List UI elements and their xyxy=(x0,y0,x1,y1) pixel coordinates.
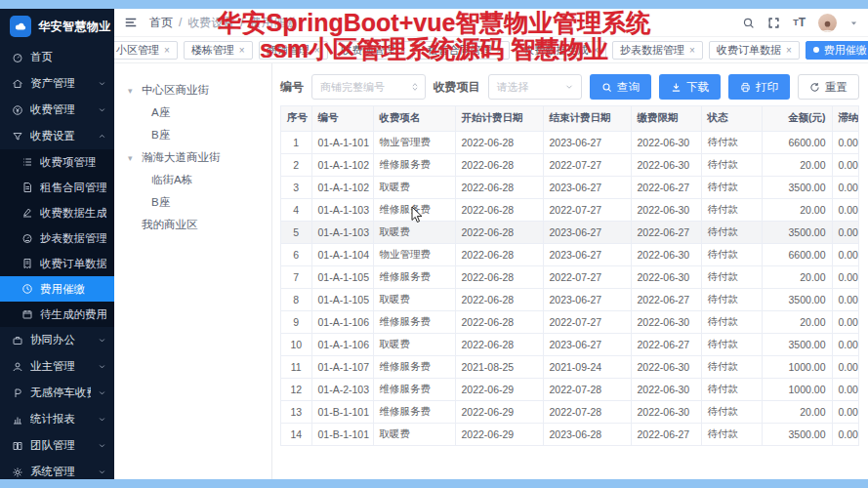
cell-序号: 12 xyxy=(281,378,311,400)
main-panel: 编号 收费项目 请选择 xyxy=(272,63,868,479)
cell-开始计费日期: 2022-06-28 xyxy=(455,153,543,176)
tab-抄表数据管理[interactable]: 抄表数据管理× xyxy=(612,41,703,60)
tab-小区管理[interactable]: 小区管理× xyxy=(114,41,178,60)
number-input[interactable] xyxy=(311,74,426,100)
sidebar-subitem-收费订单数据[interactable]: 收费订单数据 xyxy=(0,251,114,276)
close-icon[interactable]: × xyxy=(164,45,170,56)
sidebar-item-收费管理[interactable]: 收费管理 xyxy=(0,97,114,123)
breadcrumb-section[interactable]: 收费设置 xyxy=(187,15,234,31)
cell-收费项名: 维修服务费 xyxy=(373,310,455,333)
table-row[interactable]: 1101-A-1-107维修服务费2021-08-252021-09-24202… xyxy=(281,355,858,378)
sidebar-subitem-抄表数据管理[interactable]: 抄表数据管理 xyxy=(0,225,114,251)
sidebar-subitem-label: 抄表数据管理 xyxy=(40,231,106,246)
cell-收费项名: 取暖费 xyxy=(373,288,455,310)
caret-down-icon[interactable] xyxy=(849,14,858,31)
cell-开始计费日期: 2022-06-28 xyxy=(455,288,543,310)
sidebar-item-统计报表[interactable]: 统计报表 xyxy=(0,406,114,432)
active-dot xyxy=(813,47,819,53)
cell-编号: 01-B-1-101 xyxy=(311,423,373,445)
close-icon[interactable]: × xyxy=(400,45,406,56)
sidebar-subitem-费用催缴[interactable]: 费用催缴 xyxy=(0,276,114,302)
tree-node-瀚海大道商业街[interactable]: ▾瀚海大道商业街 xyxy=(128,146,266,169)
table-row[interactable]: 501-A-1-103取暖费2022-06-282023-06-272022-0… xyxy=(281,221,858,243)
tree-leaf-A座[interactable]: A座 xyxy=(128,102,266,124)
sidebar-subitem-待生成的费用[interactable]: 待生成的费用 xyxy=(0,302,114,327)
column-header-开始计费日期: 开始计费日期 xyxy=(455,106,543,131)
dashboard-icon xyxy=(12,52,23,63)
sidebar-item-系统管理[interactable]: 系统管理 xyxy=(0,459,114,479)
table-row[interactable]: 901-A-1-106维修服务费2022-06-282022-07-272022… xyxy=(281,310,858,333)
sidebar-item-协同办公[interactable]: 协同办公 xyxy=(0,327,114,353)
tab-楼栋管理[interactable]: 楼栋管理× xyxy=(184,41,253,60)
fullscreen-icon[interactable] xyxy=(767,17,780,29)
sidebar-item-资产管理[interactable]: 资产管理 xyxy=(0,70,114,97)
tree-node-中心区商业街[interactable]: ▾中心区商业街 xyxy=(128,79,266,102)
fontsize-icon[interactable]: TT xyxy=(793,16,806,29)
tab-收费订单数据[interactable]: 收费订单数据× xyxy=(709,41,800,60)
close-icon[interactable]: × xyxy=(314,45,320,56)
search-icon[interactable] xyxy=(742,17,755,29)
tree-node-我的商业区[interactable]: 我的商业区 xyxy=(128,214,266,236)
close-icon[interactable]: × xyxy=(593,45,599,56)
sidebar-item-业主管理[interactable]: 业主管理 xyxy=(0,353,114,380)
sidebar-subitem-label: 收费订单数据 xyxy=(40,257,106,271)
tab-商铺管理[interactable]: 商铺管理× xyxy=(259,41,328,60)
breadcrumb-home[interactable]: 首页 xyxy=(149,15,173,31)
reset-button[interactable]: 重置 xyxy=(798,74,859,100)
sidebar-subitem-收费项管理[interactable]: 收费项管理 xyxy=(0,149,114,175)
close-icon[interactable]: × xyxy=(786,45,792,56)
cell-滞纳金(元): 0.00 xyxy=(832,176,858,198)
number-input-field[interactable] xyxy=(320,81,403,93)
tab-收费项管理[interactable]: 收费项管理× xyxy=(334,41,414,60)
table-row[interactable]: 101-A-1-101物业管理费2022-06-282023-06-272022… xyxy=(281,131,858,153)
sidebar-subitem-租售合同管理[interactable]: 租售合同管理 xyxy=(0,175,114,200)
tree-leaf-B座[interactable]: B座 xyxy=(128,191,266,214)
cell-编号: 01-A-1-105 xyxy=(311,265,373,288)
fee-item-select[interactable]: 请选择 xyxy=(488,74,582,100)
cell-结束计费日期: 2023-06-28 xyxy=(543,423,631,445)
close-icon[interactable]: × xyxy=(689,45,695,56)
avatar[interactable] xyxy=(818,14,837,32)
cell-收费项名: 维修服务费 xyxy=(373,153,455,176)
tree-node-label: 我的商业区 xyxy=(142,218,198,232)
table-row[interactable]: 401-A-1-103维修服务费2022-06-282022-07-272022… xyxy=(281,198,858,221)
sidebar-item-无感停车收费[interactable]: 无感停车收费 xyxy=(0,380,114,406)
table-row[interactable]: 1001-A-1-106取暖费2022-06-282023-06-272022-… xyxy=(281,333,858,355)
search-button[interactable]: 查询 xyxy=(590,74,651,100)
cell-滞纳金(元): 0.00 xyxy=(832,243,858,265)
hamburger-icon[interactable] xyxy=(124,16,138,29)
close-icon[interactable]: × xyxy=(239,45,245,56)
tree-caret-icon[interactable]: ▾ xyxy=(128,86,137,96)
cell-收费项名: 取暖费 xyxy=(373,176,455,198)
sidebar-subitem-收费数据生成[interactable]: 收费数据生成 xyxy=(0,200,114,225)
app-frame: 华安智慧物业 首页资产管理收费管理收费设置收费项管理租售合同管理收费数据生成抄表… xyxy=(0,0,868,488)
breadcrumb-separator: / xyxy=(240,16,243,29)
table-row[interactable]: 701-A-1-105维修服务费2022-06-282022-07-272022… xyxy=(281,265,858,288)
cell-金额(元): 20.00 xyxy=(762,310,832,333)
table-row[interactable]: 601-A-1-104物业管理费2022-06-282023-06-272022… xyxy=(281,243,858,265)
cell-金额(元): 20.00 xyxy=(762,265,832,288)
sidebar-item-label: 资产管理 xyxy=(30,76,91,91)
sidebar-item-收费设置[interactable]: 收费设置 xyxy=(0,123,114,149)
cell-开始计费日期: 2022-06-28 xyxy=(455,310,543,333)
table-row[interactable]: 201-A-1-102维修服务费2022-06-282022-07-272022… xyxy=(281,153,858,176)
table-row[interactable]: 1201-A-2-103维修服务费2022-06-292022-07-28202… xyxy=(281,378,858,400)
print-button[interactable]: 打印 xyxy=(728,74,790,100)
table-row[interactable]: 1401-B-1-101取暖费2022-06-292023-06-282022-… xyxy=(281,423,858,445)
tree-caret-icon[interactable]: ▾ xyxy=(128,153,137,163)
tab-收费数据生成[interactable]: 收费数据生成× xyxy=(516,41,606,60)
close-icon[interactable]: × xyxy=(496,45,502,56)
sidebar-item-label: 首页 xyxy=(30,50,106,64)
table-row[interactable]: 301-A-1-102取暖费2022-06-282023-06-272022-0… xyxy=(281,176,858,198)
download-button[interactable]: 下载 xyxy=(659,74,721,100)
tree-leaf-临街A栋[interactable]: 临街A栋 xyxy=(128,169,266,191)
tree-leaf-B座[interactable]: B座 xyxy=(128,124,266,146)
table-row[interactable]: 801-A-1-105取暖费2022-06-282023-06-272022-0… xyxy=(281,288,858,310)
cell-滞纳金(元): 0.00 xyxy=(832,355,858,378)
tab-费用催缴[interactable]: 费用催缴× xyxy=(806,41,868,60)
table-row[interactable]: 1301-B-1-101维修服务费2022-06-292022-07-28202… xyxy=(281,400,858,423)
chevron-down-icon xyxy=(98,440,106,452)
sidebar-item-首页[interactable]: 首页 xyxy=(0,44,114,70)
sidebar-item-团队管理[interactable]: 团队管理 xyxy=(0,432,114,459)
tab-租售合同管理[interactable]: 租售合同管理× xyxy=(419,41,510,60)
